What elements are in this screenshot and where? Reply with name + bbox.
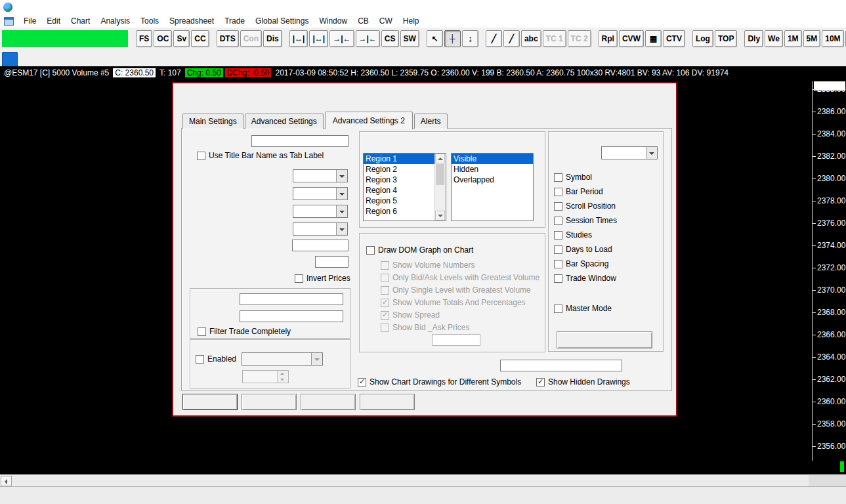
menu-item-global-settings[interactable]: Global Settings [250, 14, 314, 28]
toolbar-button-1m[interactable]: 1M [784, 30, 802, 47]
tab-advanced-settings-2[interactable]: Advanced Settings 2 [325, 112, 413, 129]
session-times-checkbox[interactable]: Session Times [554, 216, 617, 225]
checkbox-box[interactable] [554, 188, 562, 196]
toolbar-button-ctv[interactable]: CTV [663, 30, 685, 47]
help-button[interactable] [360, 394, 415, 410]
scroll-position-checkbox[interactable]: Scroll Position [554, 201, 616, 211]
time-scale[interactable] [0, 459, 846, 474]
toolbar-button-fs[interactable]: FS [136, 30, 152, 47]
listbox-scrollbar[interactable] [434, 154, 446, 220]
decrease-bar-spacing-icon[interactable]: |↔| [309, 30, 328, 47]
toolbar-button-sw[interactable]: SW [400, 30, 419, 47]
checkbox-box[interactable] [554, 202, 562, 211]
menu-item-analysis[interactable]: Analysis [95, 14, 135, 28]
horizontal-scrollbar[interactable] [0, 474, 846, 487]
toolbar-button-sv[interactable]: Sv [173, 30, 190, 47]
menu-item-trade[interactable]: Trade [219, 14, 250, 28]
show-drawings-checkbox[interactable]: Show Chart Drawings for Different Symbol… [358, 377, 521, 387]
increase-bar-spacing-icon[interactable]: |↔| [289, 30, 308, 47]
toolbar-button-dis[interactable]: Dis [263, 30, 282, 47]
dropdown-arrow-icon[interactable] [336, 188, 347, 200]
link-number-select[interactable] [601, 146, 658, 159]
copy-drawings-input[interactable] [500, 360, 622, 371]
dropdown-arrow-icon[interactable] [646, 147, 657, 159]
list-item-region-1[interactable]: Region 1 [364, 154, 435, 164]
draw-dom-graph-checkbox[interactable]: Draw DOM Graph on Chart [366, 245, 473, 255]
toolbar-button-dts[interactable]: DTS [217, 30, 239, 47]
toolbar-button-cvw[interactable]: CVW [619, 30, 644, 47]
scrollbar-thumb[interactable] [436, 164, 444, 185]
dropdown-arrow-icon[interactable] [336, 223, 347, 235]
value-increment-input[interactable] [315, 256, 349, 268]
menu-item-window[interactable]: Window [314, 14, 352, 28]
ok-button[interactable] [182, 394, 238, 410]
checkbox-box[interactable] [536, 378, 545, 387]
checkbox-box[interactable] [554, 231, 562, 240]
trendline-tool-icon[interactable]: ╱ [486, 30, 502, 47]
toolbar-button-cs[interactable]: CS [381, 30, 399, 47]
exclude-le-input[interactable] [240, 310, 343, 322]
dropdown-arrow-icon[interactable] [336, 205, 347, 217]
vol-oi-mult-select[interactable] [293, 205, 348, 218]
pointer-tool-icon[interactable]: ↖ [427, 30, 443, 47]
menu-item-cw[interactable]: CW [374, 14, 398, 28]
text-tool-icon[interactable]: abc [521, 30, 541, 47]
days-to-load-checkbox[interactable]: Days to Load [554, 245, 612, 254]
vgl-enabled-checkbox[interactable]: Enabled [196, 354, 236, 364]
dropdown-arrow-icon[interactable] [336, 170, 347, 182]
trade-window-checkbox[interactable]: Trade Window [554, 274, 616, 283]
toolbar-button-log[interactable]: Log [692, 30, 713, 47]
studies-checkbox[interactable]: Studies [554, 230, 592, 240]
apply-button[interactable] [301, 394, 356, 410]
menu-item-edit[interactable]: Edit [41, 14, 66, 28]
checkbox-box[interactable] [554, 245, 562, 254]
title-bar-name-input[interactable] [251, 135, 349, 147]
toolbar-button-oc[interactable]: OC [154, 30, 172, 47]
use-title-bar-checkbox[interactable]: Use Title Bar Name as Tab Label [197, 151, 324, 160]
exclude-ge-input[interactable] [240, 293, 343, 305]
toolbar-button-cc[interactable]: CC [191, 30, 209, 47]
ray-tool-icon[interactable]: ╱ [503, 30, 520, 47]
dialog-close-icon[interactable] [655, 87, 669, 100]
checkbox-box[interactable] [295, 274, 303, 283]
tool-values-icon[interactable]: ↨ [462, 30, 478, 47]
menu-item-file[interactable]: File [18, 14, 41, 28]
checkbox-box[interactable] [358, 378, 366, 387]
hist-price-mult-select[interactable] [293, 187, 348, 200]
filter-trade-checkbox[interactable]: Filter Trade Completely [198, 327, 291, 336]
state-listbox[interactable]: VisibleHiddenOverlapped [451, 153, 534, 221]
checkbox-box[interactable] [198, 327, 206, 336]
list-item-region-2[interactable]: Region 2 [364, 164, 435, 175]
menu-item-spreadsheet[interactable]: Spreadsheet [164, 14, 219, 28]
checkbox-box[interactable] [554, 260, 562, 268]
scroll-up-icon[interactable] [435, 154, 445, 163]
region-number-listbox[interactable]: Region 1Region 2Region 3Region 4Region 5… [363, 153, 446, 221]
minimize-icon[interactable] [757, 0, 787, 14]
checkbox-box[interactable] [554, 173, 562, 182]
toolbar-button-top[interactable]: TOP [715, 30, 737, 47]
close-icon[interactable] [816, 0, 846, 14]
checkbox-box[interactable] [366, 246, 375, 255]
bar-period-checkbox[interactable]: Bar Period [554, 187, 603, 196]
checkbox-box[interactable] [554, 274, 562, 283]
menu-item-tools[interactable]: Tools [135, 14, 164, 28]
tab-chart1[interactable] [2, 52, 18, 66]
checkbox-box[interactable] [554, 304, 562, 313]
scroll-down-icon[interactable] [435, 211, 445, 220]
checkbox-box[interactable] [197, 152, 205, 160]
toolbar-button-10m[interactable]: 10M [822, 30, 843, 47]
cancel-button[interactable] [242, 394, 297, 410]
tvw-icon[interactable]: ▦ [645, 30, 662, 47]
checkbox-box[interactable] [554, 217, 562, 225]
bar-spacing-checkbox[interactable]: Bar Spacing [554, 259, 608, 268]
restore-bar-spacing-icon[interactable]: →|← [356, 30, 380, 47]
menu-item-cb[interactable]: CB [352, 14, 374, 28]
crosshair-tool-icon[interactable]: ┼ [444, 30, 461, 47]
list-item-visible[interactable]: Visible [452, 154, 533, 164]
toolbar-button-rpl[interactable]: Rpl [599, 30, 618, 47]
toolbar-button-dly[interactable]: Dly [744, 30, 763, 47]
width-in-bars-input[interactable] [432, 334, 480, 346]
list-item-overlapped[interactable]: Overlapped [452, 175, 533, 185]
vol-value-format-select[interactable] [293, 222, 348, 236]
price-scale[interactable]: 2388.002386.002384.002382.002380.002378.… [812, 81, 846, 461]
